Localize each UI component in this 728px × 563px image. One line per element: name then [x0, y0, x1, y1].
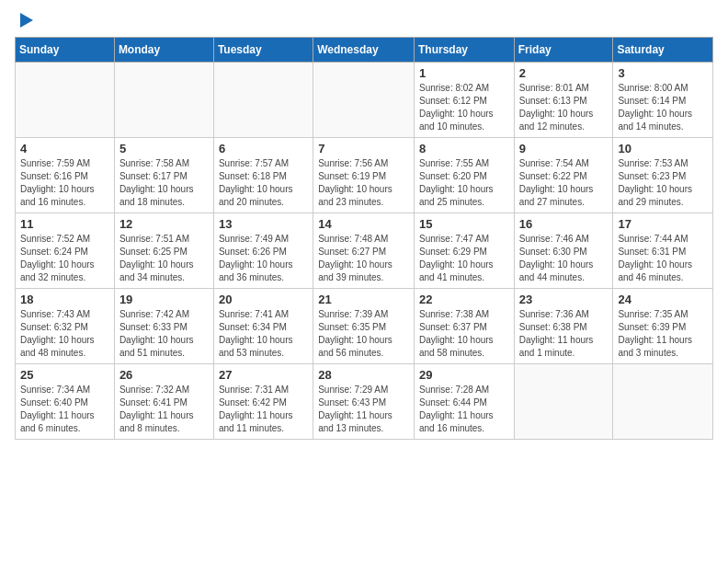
- day-number: 7: [318, 142, 409, 155]
- day-info: Sunrise: 7:52 AM Sunset: 6:24 PM Dayligh…: [20, 233, 109, 284]
- calendar-day-cell: [514, 364, 613, 440]
- day-number: 25: [20, 368, 109, 382]
- day-info: Sunrise: 7:41 AM Sunset: 6:34 PM Dayligh…: [219, 308, 308, 360]
- day-of-week-header: Sunday: [16, 38, 115, 63]
- day-info: Sunrise: 7:38 AM Sunset: 6:37 PM Dayligh…: [419, 308, 509, 360]
- day-number: 23: [519, 293, 609, 306]
- day-number: 21: [318, 293, 409, 306]
- day-of-week-header: Thursday: [414, 38, 514, 63]
- day-number: 8: [419, 142, 509, 155]
- day-info: Sunrise: 7:54 AM Sunset: 6:22 PM Dayligh…: [519, 157, 609, 209]
- calendar-week-row: 18Sunrise: 7:43 AM Sunset: 6:32 PM Dayli…: [16, 289, 713, 364]
- day-info: Sunrise: 7:39 AM Sunset: 6:35 PM Dayligh…: [318, 308, 409, 360]
- day-info: Sunrise: 7:47 AM Sunset: 6:29 PM Dayligh…: [419, 233, 509, 284]
- day-number: 10: [618, 142, 708, 155]
- calendar-week-row: 25Sunrise: 7:34 AM Sunset: 6:40 PM Dayli…: [16, 364, 713, 440]
- day-info: Sunrise: 7:44 AM Sunset: 6:31 PM Dayligh…: [618, 233, 708, 284]
- calendar-day-cell: 15Sunrise: 7:47 AM Sunset: 6:29 PM Dayli…: [414, 213, 514, 289]
- day-of-week-header: Monday: [114, 38, 213, 63]
- day-info: Sunrise: 7:46 AM Sunset: 6:30 PM Dayligh…: [519, 233, 609, 284]
- header-row: SundayMondayTuesdayWednesdayThursdayFrid…: [16, 38, 713, 63]
- day-number: 9: [519, 142, 609, 155]
- day-number: 13: [219, 217, 308, 231]
- day-info: Sunrise: 7:53 AM Sunset: 6:23 PM Dayligh…: [618, 157, 708, 209]
- calendar-body: 1Sunrise: 8:02 AM Sunset: 6:12 PM Daylig…: [16, 63, 713, 440]
- calendar-day-cell: 24Sunrise: 7:35 AM Sunset: 6:39 PM Dayli…: [613, 289, 713, 364]
- day-info: Sunrise: 7:48 AM Sunset: 6:27 PM Dayligh…: [318, 233, 409, 284]
- calendar-day-cell: 26Sunrise: 7:32 AM Sunset: 6:41 PM Dayli…: [114, 364, 213, 440]
- day-info: Sunrise: 7:43 AM Sunset: 6:32 PM Dayligh…: [20, 308, 109, 360]
- calendar-day-cell: 2Sunrise: 8:01 AM Sunset: 6:13 PM Daylig…: [514, 63, 613, 138]
- calendar-week-row: 1Sunrise: 8:02 AM Sunset: 6:12 PM Daylig…: [16, 63, 713, 138]
- calendar-day-cell: 13Sunrise: 7:49 AM Sunset: 6:26 PM Dayli…: [213, 213, 313, 289]
- calendar-day-cell: 25Sunrise: 7:34 AM Sunset: 6:40 PM Dayli…: [16, 364, 115, 440]
- day-number: 4: [20, 142, 109, 155]
- calendar-day-cell: 19Sunrise: 7:42 AM Sunset: 6:33 PM Dayli…: [114, 289, 213, 364]
- calendar-day-cell: 4Sunrise: 7:59 AM Sunset: 6:16 PM Daylig…: [16, 138, 115, 213]
- day-number: 12: [119, 217, 209, 231]
- day-number: 27: [219, 368, 308, 382]
- calendar-day-cell: 9Sunrise: 7:54 AM Sunset: 6:22 PM Daylig…: [514, 138, 613, 213]
- day-info: Sunrise: 7:34 AM Sunset: 6:40 PM Dayligh…: [20, 384, 109, 435]
- day-info: Sunrise: 8:00 AM Sunset: 6:14 PM Dayligh…: [618, 82, 708, 133]
- day-number: 6: [219, 142, 308, 155]
- calendar-day-cell: 1Sunrise: 8:02 AM Sunset: 6:12 PM Daylig…: [414, 63, 514, 138]
- day-info: Sunrise: 7:31 AM Sunset: 6:42 PM Dayligh…: [219, 384, 308, 435]
- page-header: [15, 15, 713, 28]
- calendar-day-cell: [114, 63, 213, 138]
- calendar-week-row: 4Sunrise: 7:59 AM Sunset: 6:16 PM Daylig…: [16, 138, 713, 213]
- calendar-table: SundayMondayTuesdayWednesdayThursdayFrid…: [15, 37, 713, 440]
- calendar-day-cell: 12Sunrise: 7:51 AM Sunset: 6:25 PM Dayli…: [114, 213, 213, 289]
- day-number: 5: [119, 142, 209, 155]
- day-number: 18: [20, 293, 109, 306]
- day-number: 20: [219, 293, 308, 306]
- day-info: Sunrise: 7:29 AM Sunset: 6:43 PM Dayligh…: [318, 384, 409, 435]
- day-number: 15: [419, 217, 509, 231]
- calendar-day-cell: 7Sunrise: 7:56 AM Sunset: 6:19 PM Daylig…: [313, 138, 415, 213]
- calendar-day-cell: 10Sunrise: 7:53 AM Sunset: 6:23 PM Dayli…: [613, 138, 713, 213]
- calendar-day-cell: 18Sunrise: 7:43 AM Sunset: 6:32 PM Dayli…: [16, 289, 115, 364]
- day-info: Sunrise: 7:55 AM Sunset: 6:20 PM Dayligh…: [419, 157, 509, 209]
- day-info: Sunrise: 8:02 AM Sunset: 6:12 PM Dayligh…: [419, 82, 509, 133]
- calendar-day-cell: 27Sunrise: 7:31 AM Sunset: 6:42 PM Dayli…: [213, 364, 313, 440]
- calendar-day-cell: 3Sunrise: 8:00 AM Sunset: 6:14 PM Daylig…: [613, 63, 713, 138]
- logo-arrow-icon: [20, 13, 33, 28]
- calendar-day-cell: [16, 63, 115, 138]
- day-info: Sunrise: 7:49 AM Sunset: 6:26 PM Dayligh…: [219, 233, 308, 284]
- day-of-week-header: Tuesday: [213, 38, 313, 63]
- day-info: Sunrise: 7:58 AM Sunset: 6:17 PM Dayligh…: [119, 157, 209, 209]
- calendar-day-cell: 11Sunrise: 7:52 AM Sunset: 6:24 PM Dayli…: [16, 213, 115, 289]
- calendar-day-cell: 21Sunrise: 7:39 AM Sunset: 6:35 PM Dayli…: [313, 289, 415, 364]
- day-info: Sunrise: 7:51 AM Sunset: 6:25 PM Dayligh…: [119, 233, 209, 284]
- day-info: Sunrise: 7:36 AM Sunset: 6:38 PM Dayligh…: [519, 308, 609, 360]
- calendar-day-cell: 8Sunrise: 7:55 AM Sunset: 6:20 PM Daylig…: [414, 138, 514, 213]
- day-number: 28: [318, 368, 409, 382]
- day-number: 17: [618, 217, 708, 231]
- day-of-week-header: Friday: [514, 38, 613, 63]
- day-number: 29: [419, 368, 509, 382]
- calendar-week-row: 11Sunrise: 7:52 AM Sunset: 6:24 PM Dayli…: [16, 213, 713, 289]
- calendar-day-cell: 17Sunrise: 7:44 AM Sunset: 6:31 PM Dayli…: [613, 213, 713, 289]
- day-number: 22: [419, 293, 509, 306]
- day-number: 19: [119, 293, 209, 306]
- calendar-day-cell: [613, 364, 713, 440]
- day-of-week-header: Wednesday: [313, 38, 415, 63]
- day-info: Sunrise: 7:28 AM Sunset: 6:44 PM Dayligh…: [419, 384, 509, 435]
- calendar-day-cell: 23Sunrise: 7:36 AM Sunset: 6:38 PM Dayli…: [514, 289, 613, 364]
- calendar-day-cell: 29Sunrise: 7:28 AM Sunset: 6:44 PM Dayli…: [414, 364, 514, 440]
- day-number: 24: [618, 293, 708, 306]
- day-number: 16: [519, 217, 609, 231]
- day-number: 14: [318, 217, 409, 231]
- day-info: Sunrise: 7:57 AM Sunset: 6:18 PM Dayligh…: [219, 157, 308, 209]
- calendar-day-cell: 28Sunrise: 7:29 AM Sunset: 6:43 PM Dayli…: [313, 364, 415, 440]
- day-info: Sunrise: 7:56 AM Sunset: 6:19 PM Dayligh…: [318, 157, 409, 209]
- day-info: Sunrise: 7:32 AM Sunset: 6:41 PM Dayligh…: [119, 384, 209, 435]
- day-number: 1: [419, 66, 509, 80]
- calendar-day-cell: 14Sunrise: 7:48 AM Sunset: 6:27 PM Dayli…: [313, 213, 415, 289]
- calendar-day-cell: 5Sunrise: 7:58 AM Sunset: 6:17 PM Daylig…: [114, 138, 213, 213]
- day-info: Sunrise: 7:59 AM Sunset: 6:16 PM Dayligh…: [20, 157, 109, 209]
- day-info: Sunrise: 7:42 AM Sunset: 6:33 PM Dayligh…: [119, 308, 209, 360]
- day-number: 3: [618, 66, 708, 80]
- day-info: Sunrise: 8:01 AM Sunset: 6:13 PM Dayligh…: [519, 82, 609, 133]
- calendar-day-cell: 6Sunrise: 7:57 AM Sunset: 6:18 PM Daylig…: [213, 138, 313, 213]
